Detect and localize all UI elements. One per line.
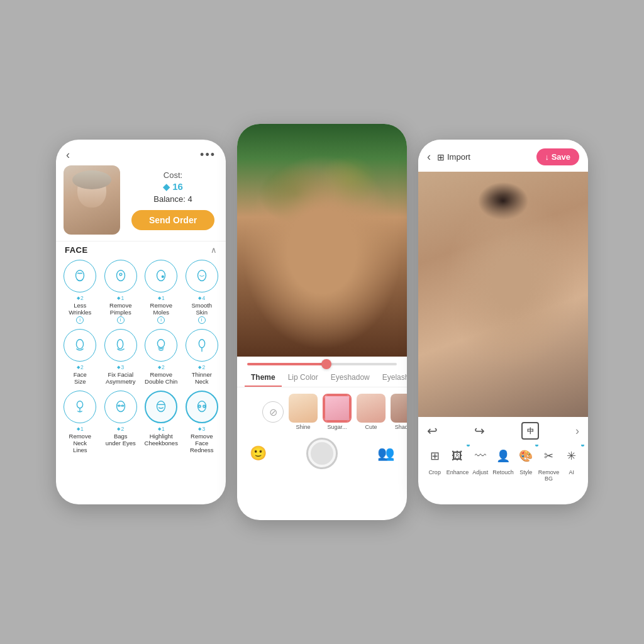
cost-panel: Cost: ◆ 16 Balance: 4 Send Order xyxy=(128,165,218,230)
collapse-icon[interactable]: › xyxy=(575,425,579,438)
list-item[interactable]: ◆2 RemoveDouble Chin xyxy=(143,329,179,386)
retouch-icon: 👤 xyxy=(492,445,514,467)
chevron-icon[interactable]: ∧ xyxy=(211,245,217,255)
tool-ai[interactable]: ✳ AI xyxy=(560,445,583,482)
emoji-button[interactable]: 🙂 xyxy=(250,445,267,462)
tab-eyelashes[interactable]: Eyelashes xyxy=(376,369,407,387)
tab-eyeshadow[interactable]: Eyeshadow xyxy=(325,369,376,387)
section-title: FACE xyxy=(65,245,88,255)
remove-bg-icon: ✂ xyxy=(538,445,560,467)
list-item[interactable]: ◆1 Remove NeckLines xyxy=(62,391,98,454)
face-circle xyxy=(145,329,177,362)
intensity-slider[interactable] xyxy=(247,363,397,365)
p2-main-image xyxy=(237,124,407,357)
redo-icon[interactable]: ↪ xyxy=(474,423,485,438)
tool-dot xyxy=(581,445,584,447)
thumb-label: Shadow xyxy=(395,424,407,430)
list-item[interactable]: ◆2 Bagsunder Eyes xyxy=(103,391,139,454)
svg-point-15 xyxy=(121,405,124,406)
face-grid: ◆2 LessWrinkles i ◆1 RemovePimples i xyxy=(56,260,226,459)
shutter-button[interactable] xyxy=(306,438,338,469)
svg-point-16 xyxy=(157,401,165,411)
list-item[interactable]: ◆2 FaceSize xyxy=(62,329,98,386)
face-item-label: Fix FacialAsymmetry xyxy=(106,371,136,386)
p2-image-overlay xyxy=(237,124,407,357)
tool-retouch[interactable]: 👤 Retouch xyxy=(492,445,514,482)
svg-point-4 xyxy=(162,276,164,278)
style-icon: 🎨 xyxy=(514,445,537,467)
phone-1: ‹ ••• Cost: ◆ 16 Balance: 4 Send Order F… xyxy=(56,140,226,504)
face-circle xyxy=(104,329,137,362)
tab-theme[interactable]: Theme xyxy=(245,369,282,387)
thumb-img-shadow xyxy=(391,394,407,423)
back-button[interactable]: ‹ xyxy=(427,150,431,164)
list-item[interactable]: ◆1 RemoveMoles i xyxy=(143,260,179,324)
slider-thumb[interactable] xyxy=(321,359,331,369)
import-button[interactable]: ⊞ Import xyxy=(437,152,470,162)
face-item-label: RemovePimples xyxy=(109,302,131,316)
p3-header: ‹ ⊞ Import ↓ Save xyxy=(418,140,588,172)
list-item[interactable]: ◆3 Remove FaceRedness xyxy=(184,391,220,454)
phone-2: Theme Lip Color Eyeshadow Eyelashes Eyeb… xyxy=(237,124,407,520)
svg-point-2 xyxy=(119,273,122,275)
face-item-label: RemoveMoles xyxy=(150,302,172,316)
adjust-icon: 〰 xyxy=(469,445,492,467)
shutter-inner xyxy=(311,442,333,465)
tool-label-style: Style xyxy=(519,469,532,475)
list-item[interactable]: Shine xyxy=(289,394,318,430)
no-filter-icon[interactable]: ⊘ xyxy=(262,401,284,423)
tool-label-crop: Crop xyxy=(428,469,441,475)
face-circle xyxy=(64,260,96,292)
p2-bottom-bar: 🙂 👥 xyxy=(237,433,407,474)
thumb-img-cute xyxy=(357,394,386,423)
svg-point-0 xyxy=(76,270,84,281)
aspect-ratio-button[interactable]: 中 xyxy=(521,422,539,440)
list-item[interactable]: Sugar... xyxy=(323,394,352,430)
face-circle-selected xyxy=(186,391,218,423)
enhance-icon: 🖼 xyxy=(446,445,469,467)
back-button[interactable]: ‹ xyxy=(66,148,70,162)
profile-photo-img xyxy=(64,165,120,235)
send-order-button[interactable]: Send Order xyxy=(131,210,214,230)
tool-label-retouch: Retouch xyxy=(492,469,514,475)
list-item[interactable]: ◆2 ThinnerNeck xyxy=(184,329,220,386)
face-item-label: RemoveDouble Chin xyxy=(145,371,177,386)
save-button[interactable]: ↓ Save xyxy=(536,148,579,165)
svg-point-5 xyxy=(197,270,206,281)
section-header: FACE ∧ xyxy=(56,241,226,260)
list-item[interactable]: ◆2 LessWrinkles i xyxy=(62,260,98,324)
menu-button[interactable]: ••• xyxy=(200,148,216,162)
tab-lip-color[interactable]: Lip Color xyxy=(282,369,325,387)
face-item-label: SmoothSkin xyxy=(191,302,212,316)
face-item-label: HighlightCheekbones xyxy=(145,433,178,447)
p3-tools: ⊞ Crop 🖼 Enhance 〰 Adjust 👤 xyxy=(418,445,588,488)
list-item[interactable]: ◆1 HighlightCheekbones xyxy=(143,391,179,454)
face-circle xyxy=(104,391,137,423)
face-circle xyxy=(104,260,137,292)
p3-toolbar-row1: ↩ ↪ 中 › xyxy=(418,417,588,445)
tool-style[interactable]: 🎨 Style xyxy=(514,445,537,482)
tool-remove-bg[interactable]: ✂ Remove BG xyxy=(537,445,560,482)
face-item-label: FaceSize xyxy=(74,371,87,386)
list-item[interactable]: ◆3 Fix FacialAsymmetry xyxy=(103,329,139,386)
crop-icon: ⊞ xyxy=(423,445,446,467)
list-item[interactable]: ◆1 RemovePimples i xyxy=(103,260,139,324)
face-circle xyxy=(64,391,96,423)
import-icon: ⊞ xyxy=(437,152,445,162)
tool-label-enhance: Enhance xyxy=(447,469,469,475)
p2-slider-area xyxy=(237,357,407,369)
list-item[interactable]: Shadow xyxy=(391,394,407,430)
list-item[interactable]: Cute xyxy=(357,394,386,430)
list-item[interactable]: ◆4 SmoothSkin i xyxy=(184,260,220,324)
tool-enhance[interactable]: 🖼 Enhance xyxy=(446,445,469,482)
tool-crop[interactable]: ⊞ Crop xyxy=(423,445,446,482)
thumb-img-sugar xyxy=(323,394,352,423)
p3-photo-overlay xyxy=(418,172,588,417)
thumb-label: Cute xyxy=(365,424,377,430)
tool-adjust[interactable]: 〰 Adjust xyxy=(469,445,492,482)
person-icon[interactable]: 👥 xyxy=(377,445,394,462)
tool-label-ai: AI xyxy=(569,469,575,475)
svg-point-20 xyxy=(203,405,206,408)
import-label: Import xyxy=(447,152,470,162)
undo-icon[interactable]: ↩ xyxy=(427,423,438,438)
